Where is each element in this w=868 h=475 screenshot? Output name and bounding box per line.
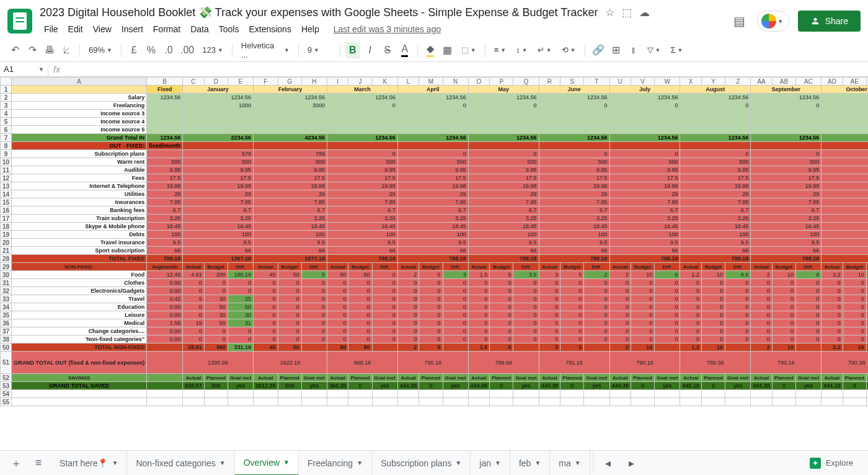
caret-down-icon: ▼ — [495, 459, 501, 466]
currency-icon[interactable]: £ — [126, 42, 141, 58]
sheets-logo-icon[interactable] — [7, 9, 32, 33]
caret-down-icon: ▼ — [534, 459, 541, 466]
strikethrough-icon[interactable]: S — [380, 42, 395, 58]
toolbar: ↶ ↷ 🖶 ⟀ 69%▼ £ % .0 .00 123▼ Helvetica .… — [0, 38, 868, 62]
menu-tools[interactable]: Tools — [215, 22, 244, 37]
percent-icon[interactable]: % — [144, 42, 159, 58]
share-button[interactable]: Share — [798, 11, 861, 32]
sheet-tab[interactable]: Start here📍▼ — [51, 451, 127, 476]
filter-icon[interactable]: ▽▼ — [644, 42, 665, 58]
format-select[interactable]: 123▼ — [198, 42, 227, 58]
last-edit[interactable]: Last edit was 3 minutes ago — [334, 24, 441, 34]
bold-icon[interactable]: B — [345, 42, 360, 58]
redo-icon[interactable]: ↷ — [25, 42, 40, 58]
chart-icon[interactable]: ⫾ — [626, 42, 641, 58]
caret-down-icon: ▾ — [779, 17, 782, 25]
sheet-tab[interactable]: feb▼ — [510, 451, 550, 476]
fx-icon: fx — [48, 64, 65, 74]
menu-file[interactable]: File — [40, 22, 63, 37]
sheet-tab[interactable]: Subscription plans▼ — [372, 451, 471, 476]
add-sheet-icon[interactable]: ＋ — [6, 453, 26, 473]
tab-next-icon[interactable]: ▸ — [622, 453, 642, 473]
text-color-icon[interactable]: A — [397, 42, 412, 58]
meet-button[interactable]: ▾ — [757, 11, 789, 32]
v-align-icon[interactable]: ↕▼ — [512, 42, 531, 58]
increase-decimal-icon[interactable]: .00 — [179, 42, 196, 58]
caret-down-icon: ▼ — [112, 459, 118, 466]
doc-title[interactable]: 2023 Digital Household Booklet 💸 Track y… — [40, 6, 598, 19]
formula-input[interactable] — [65, 62, 868, 76]
caret-down-icon: ▼ — [283, 459, 290, 466]
all-sheets-icon[interactable]: ≡ — [29, 453, 48, 473]
decrease-decimal-icon[interactable]: .0 — [161, 42, 176, 58]
caret-down-icon: ▼ — [575, 459, 581, 466]
menu-help[interactable]: Help — [297, 22, 324, 37]
menu-data[interactable]: Data — [186, 22, 213, 37]
borders-icon[interactable]: ▦ — [440, 42, 455, 58]
h-align-icon[interactable]: ≡▼ — [490, 42, 510, 58]
paint-format-icon[interactable]: ⟀ — [60, 42, 74, 58]
font-size-select[interactable]: 9▼ — [304, 42, 335, 58]
spreadsheet-grid[interactable]: ABCDEFGHIJKLMNOPQRSTUVWXYZAAABACADAEAFAG… — [0, 77, 868, 444]
functions-icon[interactable]: Σ▼ — [666, 42, 686, 58]
comment-icon[interactable]: ⊞ — [609, 42, 624, 58]
merge-icon[interactable]: ⬚▼ — [458, 42, 480, 58]
share-label: Share — [825, 16, 848, 26]
sheet-tab-bar: ＋ ≡ Start here📍▼Non-fixed categories▼Ove… — [0, 450, 868, 475]
sheet-tab[interactable]: Overview▼ — [235, 451, 299, 476]
tab-prev-icon[interactable]: ◂ — [598, 453, 618, 473]
menu-insert[interactable]: Insert — [117, 22, 148, 37]
menu-edit[interactable]: Edit — [64, 22, 87, 37]
link-icon[interactable]: 🔗 — [590, 42, 606, 58]
menu-view[interactable]: View — [89, 22, 116, 37]
caret-down-icon: ▼ — [356, 459, 363, 466]
name-box[interactable]: A1▼ — [0, 62, 48, 76]
sheet-tab[interactable]: jan▼ — [471, 451, 510, 476]
menu-extensions[interactable]: Extensions — [244, 22, 295, 37]
sheet-tab[interactable]: Freelancing▼ — [299, 451, 372, 476]
meet-icon — [761, 14, 776, 29]
caret-down-icon: ▼ — [219, 459, 226, 466]
print-icon[interactable]: 🖶 — [42, 42, 57, 58]
formula-bar: A1▼ fx — [0, 62, 868, 77]
italic-icon[interactable]: I — [363, 42, 378, 58]
zoom-select[interactable]: 69%▼ — [85, 42, 116, 58]
font-select[interactable]: Helvetica ...▼ — [237, 42, 293, 58]
undo-icon[interactable]: ↶ — [7, 42, 22, 58]
menu-bar: FileEditViewInsertFormatDataToolsExtensi… — [40, 22, 731, 37]
menu-format[interactable]: Format — [149, 22, 185, 37]
star-icon[interactable]: ☆ — [605, 6, 614, 19]
explore-button[interactable]: Explore — [801, 458, 862, 469]
sheet-tab[interactable]: Non-fixed categories▼ — [127, 451, 234, 476]
rotate-icon[interactable]: ⟲▼ — [558, 42, 580, 58]
comments-icon[interactable]: ▤ — [731, 12, 748, 30]
move-icon[interactable]: ⬚ — [622, 6, 632, 19]
caret-down-icon: ▼ — [455, 459, 461, 466]
sheet-tab[interactable]: ma▼ — [550, 451, 590, 476]
fill-color-icon[interactable]: ◆ — [423, 42, 438, 58]
wrap-icon[interactable]: ↵▼ — [534, 42, 556, 58]
cloud-status-icon[interactable]: ☁ — [639, 6, 650, 19]
explore-icon — [810, 458, 821, 469]
